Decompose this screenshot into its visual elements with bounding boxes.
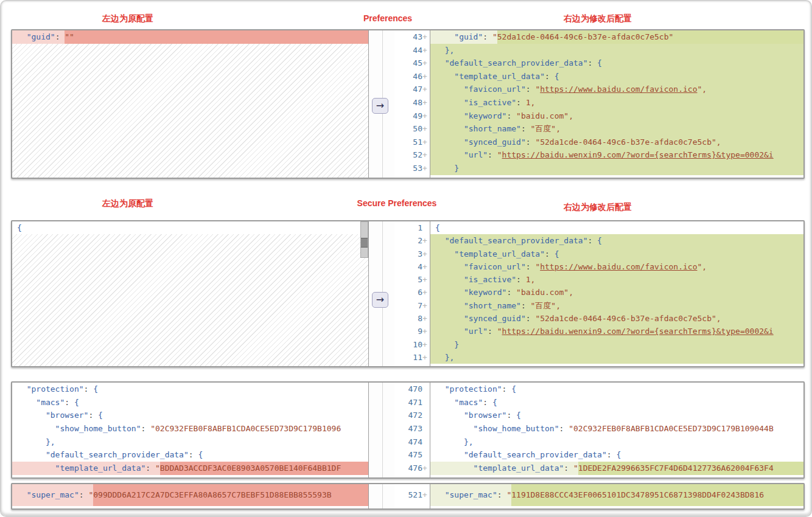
- code-segment: "template_url_data": [435, 70, 545, 83]
- code-segment: "百度",: [531, 299, 561, 312]
- code-segment: "synced_guid": [435, 136, 526, 149]
- code-row[interactable]: "synced_guid": "52da1cde-0464-49c6-b37e-…: [430, 312, 803, 325]
- code-row[interactable]: "url": "https://baidu.wenxin9.com/?word=…: [430, 325, 803, 338]
- code-segment: ",: [697, 83, 707, 96]
- code-row[interactable]: "is_active": 1,: [430, 96, 803, 109]
- code-row[interactable]: }: [430, 162, 803, 175]
- code-segment: "macs": [435, 396, 483, 409]
- code-segment: :: [145, 462, 155, 475]
- code-row[interactable]: "protection": {: [430, 383, 803, 396]
- code-segment: "browser": [435, 409, 506, 422]
- code-row[interactable]: "template_url_data": "1DEDE2FA2996635FC7…: [430, 462, 803, 475]
- code-row[interactable]: "browser": {: [430, 409, 803, 422]
- code-segment: "default_search_provider_data": [435, 448, 607, 462]
- code-row[interactable]: "template_url_data": "BDDAD3ACCDF3AC0E89…: [12, 462, 368, 475]
- code-row[interactable]: },: [430, 351, 803, 364]
- code-segment: 1191D8E88CCC43EF0065101DC3478951C6871398…: [511, 484, 803, 506]
- code-segment: "show_home_button": [435, 422, 559, 435]
- code-row[interactable]: "browser": {: [12, 409, 368, 422]
- code-row[interactable]: "favicon_url": "https://www.baidu.com/fa…: [430, 260, 803, 273]
- line-number: 476+: [394, 462, 430, 475]
- code-segment: "synced_guid": [435, 312, 526, 325]
- code-segment: :: [545, 248, 555, 260]
- merge-gutter: →: [369, 221, 394, 366]
- code-row[interactable]: "show_home_button": "02C932FEB0F8ABFB1CD…: [12, 422, 368, 435]
- code-row[interactable]: },: [12, 435, 368, 449]
- left-rows: "guid": "": [12, 30, 368, 44]
- right-pane[interactable]: "protection": { "macs": { "browser": { "…: [430, 383, 803, 477]
- merge-arrow-button[interactable]: →: [372, 98, 388, 114]
- line-number: 48+: [394, 96, 430, 109]
- code-segment: {: [17, 221, 22, 234]
- code-segment: {: [555, 70, 559, 83]
- scrollbar[interactable]: [360, 221, 368, 258]
- code-segment: :: [55, 30, 65, 44]
- code-row[interactable]: {: [430, 221, 803, 234]
- code-segment: ": [535, 83, 540, 96]
- left-pane[interactable]: "protection": { "macs": { "browser": { "…: [12, 383, 369, 477]
- line-number: 521+: [394, 484, 430, 506]
- code-row[interactable]: "macs": {: [430, 396, 803, 409]
- code-row[interactable]: "protection": {: [12, 383, 368, 396]
- code-row[interactable]: "short_name": "百度",: [430, 122, 803, 136]
- code-segment: {: [93, 383, 98, 396]
- code-segment: "template_url_data": [17, 462, 145, 475]
- code-segment: :: [506, 409, 516, 422]
- code-row[interactable]: "url": "https://baidu.wenxin9.com/?word=…: [430, 148, 803, 162]
- preferences-title: Preferences: [363, 13, 412, 23]
- code-row[interactable]: {: [12, 221, 368, 234]
- right-pane[interactable]: { "default_search_provider_data": { "tem…: [430, 221, 803, 366]
- right-pane[interactable]: "super_mac": "1191D8E88CCC43EF0065101DC3…: [430, 484, 803, 508]
- code-segment: :: [65, 396, 74, 409]
- left-pane[interactable]: "guid": "": [12, 30, 369, 178]
- code-row[interactable]: "synced_guid": "52da1cde-0464-49c6-b37e-…: [430, 136, 803, 149]
- code-row[interactable]: "default_search_provider_data": {: [430, 448, 803, 462]
- code-segment: ": [497, 148, 502, 162]
- left-rows: "protection": { "macs": { "browser": { "…: [12, 383, 368, 475]
- code-segment: :: [607, 448, 617, 462]
- code-row[interactable]: "macs": {: [12, 396, 368, 409]
- code-segment: ": [535, 260, 540, 273]
- code-segment: :: [488, 325, 497, 338]
- code-segment: "template_url_data": [435, 248, 545, 260]
- code-segment: "macs": [17, 396, 65, 409]
- code-row[interactable]: "short_name": "百度",: [430, 299, 803, 312]
- code-row[interactable]: }: [430, 338, 803, 351]
- code-row[interactable]: "default_search_provider_data": {: [430, 57, 803, 70]
- code-segment: },: [435, 351, 454, 364]
- code-segment: BDDAD3ACCDF3AC0E8903A0570BE140F64BB1DF: [160, 462, 368, 475]
- merge-arrow-button[interactable]: →: [372, 292, 388, 308]
- line-number: 2+: [394, 234, 430, 247]
- code-row[interactable]: "keyword": "baidu.com",: [430, 109, 803, 123]
- code-row[interactable]: "template_url_data": {: [430, 70, 803, 83]
- code-row[interactable]: "super_mac": "1191D8E88CCC43EF0065101DC3…: [430, 484, 803, 506]
- left-pane[interactable]: {: [12, 221, 369, 366]
- code-row[interactable]: "guid": "": [12, 30, 368, 44]
- code-row[interactable]: "favicon_url": "https://www.baidu.com/fa…: [430, 83, 803, 96]
- right-modified-config-label: 右边为修改后配置: [564, 202, 632, 213]
- scrollbar-thumb[interactable]: [361, 238, 368, 248]
- missing-lines-hatch: [12, 234, 368, 366]
- code-row[interactable]: "super_mac": "099DDD6A217C2A7DC3EFFA80A8…: [12, 484, 368, 506]
- line-number: 474: [394, 435, 430, 449]
- code-segment: {: [597, 234, 602, 247]
- code-segment: "keyword": [435, 109, 506, 123]
- code-row[interactable]: "keyword": "baidu.com",: [430, 286, 803, 299]
- code-row[interactable]: "default_search_provider_data": {: [430, 234, 803, 247]
- code-row[interactable]: "default_search_provider_data": {: [12, 448, 368, 462]
- code-row[interactable]: "is_active": 1,: [430, 273, 803, 286]
- code-row[interactable]: },: [430, 435, 803, 449]
- code-row[interactable]: "template_url_data": {: [430, 248, 803, 260]
- code-segment: "is_active": [435, 96, 516, 109]
- code-row[interactable]: "guid": "52da1cde-0464-49c6-b37e-afdac0c…: [430, 30, 803, 44]
- left-pane[interactable]: "super_mac": "099DDD6A217C2A7DC3EFFA80A8…: [12, 484, 369, 508]
- code-segment: :: [497, 484, 507, 506]
- code-row[interactable]: },: [430, 44, 803, 57]
- line-number: 46+: [394, 70, 430, 83]
- code-segment: "guid": [435, 30, 483, 44]
- code-segment: :: [545, 70, 555, 83]
- code-row[interactable]: "show_home_button": "02C932FEB0F8ABFB1CD…: [430, 422, 803, 435]
- code-segment: {: [597, 57, 602, 70]
- right-pane[interactable]: "guid": "52da1cde-0464-49c6-b37e-afdac0c…: [430, 30, 803, 178]
- code-segment: {: [74, 396, 79, 409]
